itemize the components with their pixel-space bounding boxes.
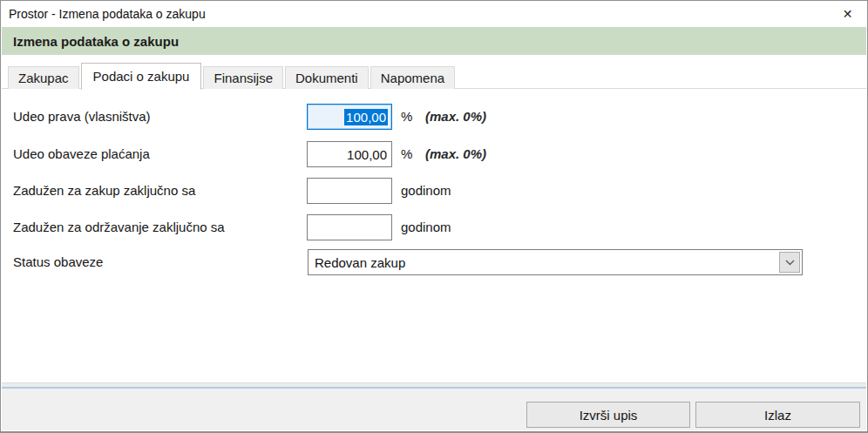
tab-label: Finansijse	[214, 71, 273, 85]
title-bar: Prostor - Izmena podataka o zakupu ✕	[1, 1, 867, 27]
tab-napomena[interactable]: Napomena	[370, 66, 455, 89]
status-obaveze-select[interactable]: Redovan zakup	[308, 249, 803, 275]
close-button[interactable]: ✕	[828, 1, 867, 27]
tab-label: Podaci o zakupu	[93, 69, 190, 84]
chevron-down-icon[interactable]	[779, 252, 800, 273]
udeo-prava-label: Udeo prava (vlasništva)	[13, 108, 151, 125]
footer-bar: Izvrši upis Izlaz	[2, 387, 866, 430]
udeo-obaveze-suffix: %	[401, 145, 412, 163]
tab-finansijse[interactable]: Finansijse	[203, 66, 283, 89]
tab-zakupac[interactable]: Zakupac	[8, 66, 79, 89]
tab-label: Napomena	[381, 71, 444, 85]
tab-page-podaci-o-zakupu: Udeo prava (vlasništva) 100,00 % (max. 0…	[2, 89, 866, 382]
odrzavanje-zakljucno-input[interactable]	[307, 214, 392, 240]
window-title: Prostor - Izmena podataka o zakupu	[1, 7, 206, 21]
udeo-obaveze-input[interactable]	[307, 141, 392, 167]
close-icon: ✕	[843, 7, 853, 21]
tab-podaci-o-zakupu[interactable]: Podaci o zakupu	[81, 63, 202, 90]
tab-strip: Zakupac Podaci o zakupu Finansijse Dokum…	[2, 62, 866, 89]
dialog-heading: Izmena podataka o zakupu	[2, 34, 179, 49]
tabs: Zakupac Podaci o zakupu Finansijse Dokum…	[8, 63, 455, 89]
status-obaveze-value: Redovan zakup	[309, 255, 779, 270]
izvrsi-upis-button[interactable]: Izvrši upis	[526, 402, 690, 428]
udeo-prava-input[interactable]: 100,00	[307, 104, 392, 130]
izlaz-button[interactable]: Izlaz	[695, 402, 860, 428]
odrzavanje-zakljucno-label: Zadužen za održavanje zaključno sa	[13, 219, 225, 236]
status-obaveze-label: Status obaveze	[13, 254, 103, 271]
tab-dokumenti[interactable]: Dokumenti	[285, 66, 369, 89]
tab-label: Dokumenti	[295, 71, 358, 85]
tab-label: Zakupac	[18, 71, 69, 85]
zakup-zakljucno-input[interactable]	[307, 178, 392, 204]
dialog-window: Prostor - Izmena podataka o zakupu ✕ Izm…	[0, 0, 868, 433]
udeo-prava-selected-value: 100,00	[344, 109, 388, 125]
udeo-obaveze-label: Udeo obaveze plaćanja	[13, 145, 150, 163]
zakup-zakljucno-suffix: godinom	[401, 182, 451, 200]
zakup-zakljucno-label: Zadužen za zakup zaključno sa	[13, 182, 195, 200]
udeo-prava-max-note: (max. 0%)	[425, 108, 486, 125]
odrzavanje-zakljucno-suffix: godinom	[401, 219, 451, 236]
udeo-obaveze-max-note: (max. 0%)	[425, 145, 486, 163]
header-band: Izmena podataka o zakupu	[2, 27, 866, 55]
udeo-prava-suffix: %	[401, 108, 412, 125]
